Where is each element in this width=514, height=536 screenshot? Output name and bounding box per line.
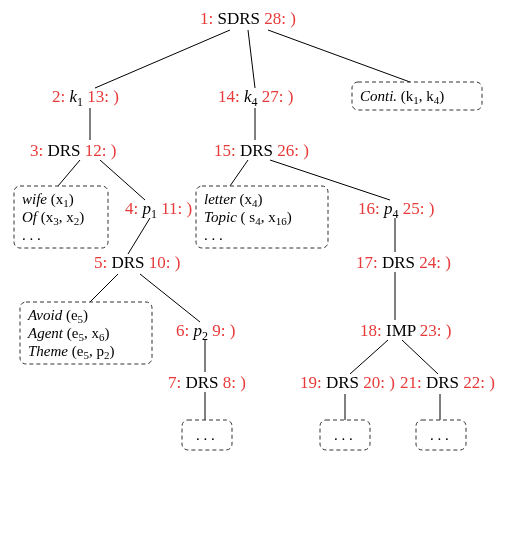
box-avoid: Avoid (e5) Agent (e5, x6) Theme (e5, p2) <box>20 302 152 364</box>
svg-text:14:
       
      k4
         : 14: k4 27: ) <box>218 87 293 109</box>
svg-text:3:
       
      DRS
         : 3: DRS 12: ) <box>30 141 116 160</box>
svg-line-5 <box>100 160 145 200</box>
svg-text:letter (x4): letter (x4) <box>204 191 262 209</box>
svg-text:6:
       
      p2
         
: 6: p2 9: ) <box>176 321 235 343</box>
svg-text:21:
      DRS
       
      22: 21: DRS 22: ) <box>400 373 495 392</box>
node-p1: 4: p1 11: ) <box>125 199 192 221</box>
svg-line-0 <box>95 30 230 88</box>
svg-text:Of (x3, x2): Of (x3, x2) <box>22 209 84 227</box>
svg-text:5:
       
      DRS
         : 5: DRS 10: ) <box>94 253 180 272</box>
svg-line-6 <box>128 218 150 254</box>
svg-text:wife (x1): wife (x1) <box>22 191 74 209</box>
svg-text:4:
       
      p1
        
 : 4: p1 11: ) <box>125 199 192 221</box>
svg-text:16:
       
      p4
         : 16: p4 25: ) <box>358 199 434 221</box>
svg-text:1:
       
      SDRS
        : 1: SDRS 28: ) <box>200 9 296 28</box>
box-dots-7: . . . <box>182 420 232 450</box>
node-p2: 6: p2 9: ) <box>176 321 235 343</box>
svg-text:. . .: . . . <box>430 427 449 443</box>
svg-text:15:
      DRS
         
      : 15: DRS 26: ) <box>214 141 309 160</box>
node-sdrs: 1: SDRS 28: ) <box>200 9 296 28</box>
svg-line-12 <box>230 160 248 186</box>
svg-text:Theme (e5, p2): Theme (e5, p2) <box>28 343 114 361</box>
node-drs-17: 17: DRS 24: ) <box>356 253 451 272</box>
node-imp: 18: IMP 23: ) <box>360 321 451 340</box>
svg-line-16 <box>350 340 388 374</box>
svg-line-17 <box>402 340 438 374</box>
sdrs-tree-diagram: 1: SDRS 28: ) 2: k1 13: ) 3: DRS 12: ) <box>0 0 514 536</box>
box-wife: wife (x1) Of (x3, x2) . . . <box>14 186 108 248</box>
node-k4: 14: k4 27: ) <box>218 87 293 109</box>
svg-text:Conti. (k1, k4): Conti. (k1, k4) <box>360 88 444 106</box>
svg-line-4 <box>58 160 80 186</box>
svg-line-2 <box>268 30 410 82</box>
svg-text:19:
      DRS
       
      20: 19: DRS 20: ) <box>300 373 395 392</box>
svg-text:7:
       
      DRS
         : 7: DRS 8: ) <box>168 373 246 392</box>
node-drs-21: 21: DRS 22: ) <box>400 373 495 392</box>
node-p4: 16: p4 25: ) <box>358 199 434 221</box>
svg-text:. . .: . . . <box>22 227 41 243</box>
node-drs-19: 19: DRS 20: ) <box>300 373 395 392</box>
svg-text:18:
       
      IMP
        : 18: IMP 23: ) <box>360 321 451 340</box>
box-letter: letter (x4) Topic ( s4, x16) . . . <box>196 186 328 248</box>
svg-line-1 <box>248 30 255 88</box>
svg-text:. . .: . . . <box>204 227 223 243</box>
node-k1: 2: k1 13: ) <box>52 87 119 109</box>
box-conti: Conti. (k1, k4) <box>352 82 482 110</box>
node-drs-3: 3: DRS 12: ) <box>30 141 116 160</box>
box-dots-21: . . . <box>416 420 466 450</box>
svg-text:. . .: . . . <box>334 427 353 443</box>
node-drs-7: 7: DRS 8: ) <box>168 373 246 392</box>
svg-line-13 <box>270 160 390 200</box>
node-drs-5: 5: DRS 10: ) <box>94 253 180 272</box>
svg-text:Agent (e5, x6): Agent (e5, x6) <box>27 325 109 343</box>
svg-line-7 <box>90 274 118 302</box>
svg-text:2:
       
      k1
         
: 2: k1 13: ) <box>52 87 119 109</box>
svg-text:. . .: . . . <box>196 427 215 443</box>
node-drs-15: 15: DRS 26: ) <box>214 141 309 160</box>
svg-line-8 <box>140 274 200 322</box>
svg-text:Topic ( s4, x16): Topic ( s4, x16) <box>204 209 292 227</box>
svg-text:Avoid (e5): Avoid (e5) <box>27 307 88 325</box>
svg-text:17:
       
      DRS
        : 17: DRS 24: ) <box>356 253 451 272</box>
box-dots-19: . . . <box>320 420 370 450</box>
